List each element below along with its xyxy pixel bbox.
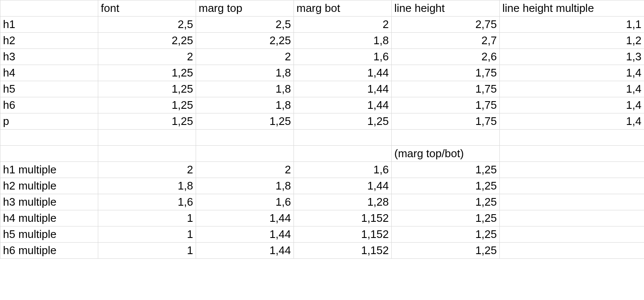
- row-label[interactable]: h3 multiple: [0, 194, 98, 210]
- header-cell-line-height-multiple[interactable]: line height multiple: [500, 0, 644, 17]
- cell-marg-bot[interactable]: 1,152: [294, 243, 392, 259]
- cell-font[interactable]: 2,5: [98, 17, 196, 33]
- cell-marg-top[interactable]: 1,8: [196, 97, 294, 113]
- empty-cell[interactable]: [500, 130, 644, 146]
- row-label[interactable]: h4 multiple: [0, 210, 98, 226]
- note-cell[interactable]: (marg top/bot): [392, 146, 500, 162]
- cell-font[interactable]: 2,25: [98, 33, 196, 49]
- cell-line-height[interactable]: 2,6: [392, 49, 500, 65]
- cell-ratio[interactable]: 1,25: [392, 194, 500, 210]
- cell-font[interactable]: 1,8: [98, 178, 196, 194]
- header-cell-marg-bot[interactable]: marg bot: [294, 0, 392, 17]
- cell-marg-bot[interactable]: 1,6: [294, 162, 392, 178]
- cell-ratio[interactable]: 1,25: [392, 210, 500, 226]
- cell-line-height-multiple[interactable]: 1,3: [500, 49, 644, 65]
- empty-cell[interactable]: [98, 130, 196, 146]
- cell-marg-top[interactable]: 2,5: [196, 17, 294, 33]
- cell-marg-top[interactable]: 2: [196, 49, 294, 65]
- cell-marg-top[interactable]: 1,44: [196, 226, 294, 243]
- empty-cell[interactable]: [196, 130, 294, 146]
- cell-marg-bot[interactable]: 1,44: [294, 97, 392, 113]
- empty-cell[interactable]: [500, 178, 644, 194]
- cell-font[interactable]: 1,25: [98, 97, 196, 113]
- cell-line-height-multiple[interactable]: 1,4: [500, 113, 644, 130]
- row-label[interactable]: h1: [0, 17, 98, 33]
- cell-marg-bot[interactable]: 1,44: [294, 81, 392, 97]
- cell-marg-top[interactable]: 1,44: [196, 243, 294, 259]
- cell-ratio[interactable]: 1,25: [392, 226, 500, 243]
- cell-line-height[interactable]: 2,7: [392, 33, 500, 49]
- cell-marg-bot[interactable]: 1,6: [294, 49, 392, 65]
- cell-line-height[interactable]: 2,75: [392, 17, 500, 33]
- row-label[interactable]: h3: [0, 49, 98, 65]
- cell-marg-bot[interactable]: 1,44: [294, 65, 392, 81]
- cell-marg-bot[interactable]: 1,8: [294, 33, 392, 49]
- cell-font[interactable]: 1,25: [98, 65, 196, 81]
- cell-marg-bot[interactable]: 1,44: [294, 178, 392, 194]
- cell-line-height[interactable]: 1,75: [392, 65, 500, 81]
- cell-marg-bot[interactable]: 1,152: [294, 210, 392, 226]
- cell-marg-top[interactable]: 1,8: [196, 81, 294, 97]
- cell-line-height-multiple[interactable]: 1,4: [500, 81, 644, 97]
- row-label[interactable]: h1 multiple: [0, 162, 98, 178]
- empty-cell[interactable]: [392, 130, 500, 146]
- cell-line-height-multiple[interactable]: 1,4: [500, 97, 644, 113]
- cell-font[interactable]: 1,25: [98, 81, 196, 97]
- row-label[interactable]: h4: [0, 65, 98, 81]
- header-cell-line-height[interactable]: line height: [392, 0, 500, 17]
- empty-cell[interactable]: [196, 146, 294, 162]
- empty-cell[interactable]: [500, 226, 644, 243]
- cell-marg-top[interactable]: 1,44: [196, 210, 294, 226]
- cell-ratio[interactable]: 1,25: [392, 178, 500, 194]
- cell-marg-bot[interactable]: 1,152: [294, 226, 392, 243]
- row-label[interactable]: h5 multiple: [0, 226, 98, 243]
- cell-line-height-multiple[interactable]: 1,1: [500, 17, 644, 33]
- cell-line-height[interactable]: 1,75: [392, 97, 500, 113]
- row-label[interactable]: h2 multiple: [0, 178, 98, 194]
- empty-cell[interactable]: [98, 146, 196, 162]
- cell-font[interactable]: 1: [98, 210, 196, 226]
- empty-cell[interactable]: [294, 146, 392, 162]
- empty-cell[interactable]: [500, 146, 644, 162]
- cell-font[interactable]: 1,6: [98, 194, 196, 210]
- row-label[interactable]: h6: [0, 97, 98, 113]
- cell-line-height[interactable]: 1,75: [392, 81, 500, 97]
- empty-cell[interactable]: [294, 130, 392, 146]
- cell-line-height-multiple[interactable]: 1,2: [500, 33, 644, 49]
- table-row-note: (marg top/bot): [0, 146, 644, 162]
- header-cell-marg-top[interactable]: marg top: [196, 0, 294, 17]
- empty-cell[interactable]: [500, 243, 644, 259]
- spreadsheet-table[interactable]: font marg top marg bot line height line …: [0, 0, 644, 259]
- cell-font[interactable]: 2: [98, 49, 196, 65]
- cell-marg-top[interactable]: 2,25: [196, 33, 294, 49]
- row-label[interactable]: h6 multiple: [0, 243, 98, 259]
- row-label[interactable]: h2: [0, 33, 98, 49]
- empty-cell[interactable]: [500, 194, 644, 210]
- cell-marg-top[interactable]: 2: [196, 162, 294, 178]
- header-cell-font[interactable]: font: [98, 0, 196, 17]
- cell-marg-bot[interactable]: 2: [294, 17, 392, 33]
- cell-font[interactable]: 2: [98, 162, 196, 178]
- cell-font[interactable]: 1: [98, 226, 196, 243]
- header-cell-empty[interactable]: [0, 0, 98, 17]
- empty-cell[interactable]: [500, 162, 644, 178]
- cell-marg-top[interactable]: 1,6: [196, 194, 294, 210]
- cell-line-height-multiple[interactable]: 1,4: [500, 65, 644, 81]
- cell-font[interactable]: 1,25: [98, 113, 196, 130]
- row-label[interactable]: p: [0, 113, 98, 130]
- cell-marg-bot[interactable]: 1,25: [294, 113, 392, 130]
- cell-marg-top[interactable]: 1,8: [196, 178, 294, 194]
- row-label[interactable]: h5: [0, 81, 98, 97]
- cell-ratio[interactable]: 1,25: [392, 243, 500, 259]
- empty-cell[interactable]: [0, 146, 98, 162]
- table-row: h3 2 2 1,6 2,6 1,3: [0, 49, 644, 65]
- cell-ratio[interactable]: 1,25: [392, 162, 500, 178]
- cell-marg-bot[interactable]: 1,28: [294, 194, 392, 210]
- table-row: h2 multiple 1,8 1,8 1,44 1,25: [0, 178, 644, 194]
- cell-font[interactable]: 1: [98, 243, 196, 259]
- cell-marg-top[interactable]: 1,25: [196, 113, 294, 130]
- empty-cell[interactable]: [500, 210, 644, 226]
- empty-cell[interactable]: [0, 130, 98, 146]
- cell-line-height[interactable]: 1,75: [392, 113, 500, 130]
- cell-marg-top[interactable]: 1,8: [196, 65, 294, 81]
